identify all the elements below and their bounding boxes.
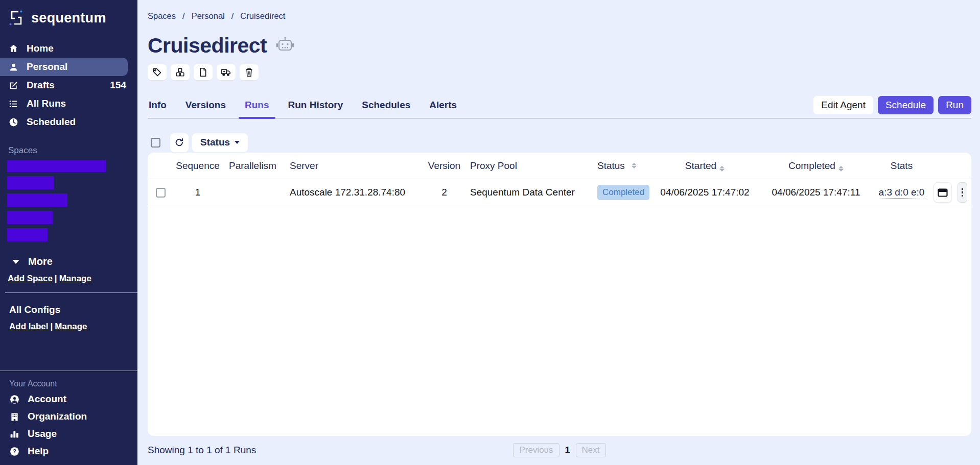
space-item-redacted[interactable] — [7, 193, 67, 207]
sequentum-logo-icon — [7, 9, 26, 27]
breadcrumb-separator: / — [182, 11, 185, 21]
status-filter-dropdown[interactable]: Status — [192, 133, 248, 152]
person-icon — [8, 62, 19, 72]
svg-text:?: ? — [13, 448, 16, 454]
spaces-more-toggle[interactable]: More — [12, 256, 137, 267]
tab-info[interactable]: Info — [148, 100, 168, 118]
sidebar-item-organization[interactable]: Organization — [0, 408, 137, 425]
sort-icon[interactable] — [838, 166, 844, 172]
col-header-parallelism: Parallelism — [223, 160, 282, 172]
refresh-button[interactable] — [170, 133, 189, 152]
question-circle-icon: ? — [9, 446, 20, 457]
next-page-button[interactable]: Next — [576, 443, 606, 457]
building-icon — [9, 411, 20, 422]
sort-icon[interactable] — [632, 163, 637, 168]
space-item-redacted[interactable] — [7, 160, 106, 172]
spaces-heading: Spaces — [8, 145, 137, 156]
col-header-stats: Stats — [872, 160, 931, 172]
sidebar-item-label: Drafts — [27, 80, 55, 91]
breadcrumb-separator: / — [231, 11, 234, 21]
cell-version: 2 — [428, 187, 461, 198]
agent-toolbar — [148, 64, 971, 80]
sidebar-item-label: Personal — [27, 61, 67, 72]
robot-icon — [275, 36, 295, 55]
row-actions — [931, 182, 971, 203]
brand-name: sequentum — [31, 10, 106, 26]
account-item-label: Organization — [28, 411, 87, 422]
spaces-links: Add Space|Manage — [8, 274, 137, 284]
sidebar: sequentum Home Personal Drafts 154 A — [0, 0, 137, 465]
truck-button[interactable] — [217, 64, 236, 80]
add-label-link[interactable]: Add label — [9, 322, 49, 331]
main-content: Spaces / Personal / Cruisedirect Cruised… — [137, 0, 980, 465]
clock-icon — [8, 117, 19, 128]
row-checkbox[interactable] — [156, 188, 166, 198]
kebab-menu-button[interactable] — [958, 182, 967, 203]
tab-versions[interactable]: Versions — [184, 100, 227, 118]
manage-labels-link[interactable]: Manage — [55, 322, 87, 331]
configs-links: Add label|Manage — [9, 322, 137, 332]
space-item-redacted[interactable] — [7, 211, 53, 224]
add-space-link[interactable]: Add Space — [8, 274, 53, 283]
pagination: Previous 1 Next — [513, 443, 605, 457]
links-separator: | — [55, 274, 57, 283]
cubes-button[interactable] — [171, 64, 190, 80]
sidebar-item-label: Home — [27, 43, 54, 54]
table-row: 1 Autoscale 172.31.28.74:80 2 Sequentum … — [148, 179, 971, 206]
pencil-square-icon — [8, 80, 19, 91]
col-header-label: Started — [685, 160, 716, 171]
tab-schedules[interactable]: Schedules — [361, 100, 411, 118]
window-icon[interactable] — [934, 182, 952, 203]
previous-page-button[interactable]: Previous — [513, 443, 559, 457]
breadcrumb-personal[interactable]: Personal — [192, 11, 225, 21]
sidebar-item-personal[interactable]: Personal — [0, 58, 128, 76]
space-item-redacted[interactable] — [7, 228, 48, 241]
sidebar-item-help[interactable]: ? Help — [0, 443, 137, 460]
sidebar-item-all-runs[interactable]: All Runs — [0, 94, 137, 113]
brand-logo[interactable]: sequentum — [0, 0, 137, 31]
trash-button[interactable] — [240, 64, 259, 80]
status-badge: Completed — [597, 185, 649, 200]
tab-alerts[interactable]: Alerts — [428, 100, 458, 118]
header-actions: Edit Agent Schedule Run — [813, 96, 971, 114]
schedule-button[interactable]: Schedule — [878, 96, 934, 114]
tab-runs[interactable]: Runs — [244, 100, 270, 118]
cell-started: 04/06/2025 17:47:02 — [650, 187, 760, 198]
bar-chart-icon — [9, 429, 20, 439]
sidebar-item-usage[interactable]: Usage — [0, 425, 137, 443]
more-label: More — [28, 256, 53, 267]
sidebar-item-scheduled[interactable]: Scheduled — [0, 113, 137, 131]
status-filter-label: Status — [200, 137, 230, 148]
col-header-completed[interactable]: Completed — [760, 160, 872, 172]
current-page-number: 1 — [565, 445, 570, 456]
cell-status: Completed — [586, 185, 650, 200]
sidebar-item-home[interactable]: Home — [0, 39, 137, 58]
tab-run-history[interactable]: Run History — [287, 100, 344, 118]
cell-completed: 04/06/2025 17:47:11 — [760, 187, 872, 198]
tag-button[interactable] — [148, 64, 167, 80]
your-account-heading: Your Account — [9, 379, 137, 388]
edit-agent-button[interactable]: Edit Agent — [813, 96, 873, 114]
sidebar-item-label: All Runs — [27, 98, 66, 109]
col-header-server: Server — [282, 160, 428, 172]
col-header-started[interactable]: Started — [650, 160, 760, 172]
account-item-label: Account — [28, 394, 66, 405]
sidebar-item-account[interactable]: Account — [0, 390, 137, 408]
col-header-version: Version — [428, 160, 461, 172]
space-item-redacted[interactable] — [7, 176, 54, 189]
breadcrumb-spaces[interactable]: Spaces — [148, 11, 176, 21]
cell-proxy-pool: Sequentum Data Center — [461, 187, 586, 198]
stats-link[interactable]: a:3 d:0 e:0 — [879, 187, 925, 199]
home-icon — [8, 43, 19, 54]
manage-spaces-link[interactable]: Manage — [59, 274, 91, 283]
select-all-checkbox[interactable] — [151, 138, 160, 148]
table-footer: Showing 1 to 1 of 1 Runs Previous 1 Next — [148, 443, 971, 457]
account-item-label: Usage — [28, 428, 57, 439]
sidebar-item-drafts[interactable]: Drafts 154 — [0, 76, 137, 94]
col-header-status[interactable]: Status — [586, 160, 650, 172]
all-configs-heading: All Configs — [9, 304, 137, 315]
sort-icon[interactable] — [719, 166, 725, 172]
run-button[interactable]: Run — [938, 96, 971, 114]
table-header-row: Sequence Parallelism Server Version Prox… — [148, 153, 971, 179]
file-button[interactable] — [194, 64, 213, 80]
